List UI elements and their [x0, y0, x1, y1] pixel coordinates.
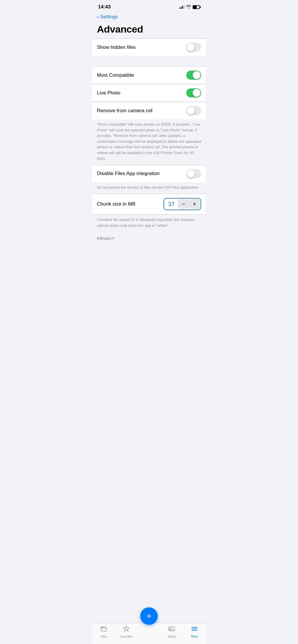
- disable-files-row: Disable Files App integration: [92, 165, 206, 182]
- chunk-size-label: Chunk size in MB: [97, 201, 135, 207]
- gap-1: [92, 56, 206, 66]
- remove-camera-roll-toggle[interactable]: [186, 106, 201, 115]
- show-hidden-files-row: Show hidden files: [92, 39, 206, 56]
- toggle-thumb: [193, 89, 201, 97]
- toggle-thumb: [187, 107, 195, 115]
- chunk-decrement-button[interactable]: −: [178, 199, 189, 209]
- most-compatible-label: Most Compatible: [97, 72, 134, 78]
- files-app-description: Do not permit the access of files via th…: [92, 182, 206, 194]
- show-hidden-files-label: Show hidden files: [97, 44, 136, 50]
- disable-files-label: Disable Files App integration: [97, 171, 159, 176]
- photo-description: "Most compatible" will save photos as JP…: [92, 119, 206, 165]
- files-app-description-text: Do not permit the access of files via th…: [97, 185, 198, 190]
- disable-files-group: Disable Files App integration: [92, 165, 206, 182]
- wifi-icon: [186, 5, 191, 9]
- nav-back[interactable]: ‹ Settings: [92, 12, 206, 22]
- toggle-thumb: [187, 43, 195, 51]
- toggle-thumb: [193, 71, 201, 79]
- most-compatible-row: Most Compatible: [92, 67, 206, 84]
- page-title: Advanced: [97, 24, 201, 35]
- chunk-increment-button[interactable]: +: [189, 199, 200, 209]
- photo-settings-group: Most Compatible Live Photo Remove from c…: [92, 67, 206, 119]
- remove-camera-roll-label: Remove from camera roll: [97, 108, 152, 114]
- disable-files-toggle[interactable]: [186, 169, 201, 178]
- show-hidden-files-toggle[interactable]: [186, 43, 201, 52]
- privacy-section-header: PRIVACY: [92, 232, 206, 242]
- live-photo-row: Live Photo: [92, 84, 206, 102]
- back-chevron-icon: ‹: [97, 13, 99, 20]
- live-photo-label: Live Photo: [97, 90, 120, 96]
- page-title-container: Advanced: [92, 22, 206, 38]
- photo-description-text: "Most compatible" will save photos as JP…: [97, 122, 201, 160]
- chunk-size-group: Chunk size in MB 37 − +: [92, 194, 206, 214]
- nav-back-label: Settings: [100, 14, 118, 20]
- status-icons: [179, 5, 200, 9]
- signal-icon: [179, 5, 185, 9]
- privacy-header-label: PRIVACY: [97, 236, 114, 241]
- remove-camera-roll-row: Remove from camera roll: [92, 102, 206, 119]
- status-time: 14:43: [98, 4, 111, 10]
- status-bar: 14:43: [92, 0, 206, 12]
- most-compatible-toggle[interactable]: [186, 71, 201, 80]
- chunk-size-control: 37 − +: [164, 198, 201, 210]
- battery-icon: [193, 5, 200, 9]
- chunk-description-text: Chunked file upload (0 is disabled) Impo…: [97, 217, 195, 228]
- chunk-size-value: 37: [165, 200, 178, 209]
- chunk-description: Chunked file upload (0 is disabled) Impo…: [92, 215, 206, 232]
- show-hidden-files-group: Show hidden files: [92, 39, 206, 56]
- chunk-size-row: Chunk size in MB 37 − +: [92, 194, 206, 214]
- live-photo-toggle[interactable]: [186, 88, 201, 97]
- toggle-thumb: [187, 170, 195, 178]
